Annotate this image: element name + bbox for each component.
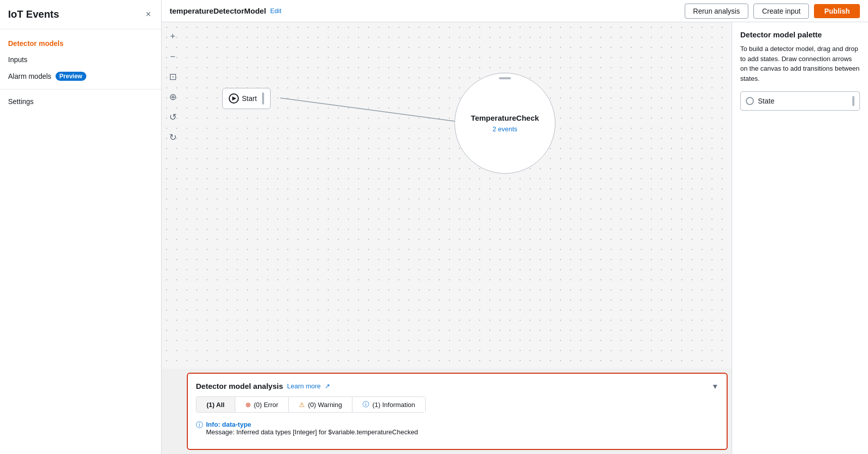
undo-button[interactable]: ↺ bbox=[165, 109, 181, 125]
analysis-filters: (1) All ⊗ (0) Error ⚠ (0) Warning ⓘ (1) … bbox=[196, 396, 426, 413]
analysis-results: ⓘ Info: data-type Message: Inferred data… bbox=[196, 419, 719, 441]
canvas[interactable]: + − ⊡ ⊕ ↺ ↻ bbox=[162, 22, 732, 369]
model-name: temperatureDetectorModel bbox=[170, 7, 266, 15]
sidebar-title: IoT Events bbox=[8, 9, 59, 20]
create-input-button[interactable]: Create input bbox=[753, 4, 809, 19]
palette-state-handle bbox=[852, 96, 854, 106]
close-button[interactable]: × bbox=[143, 7, 153, 22]
analysis-panel: Detector model analysis Learn more ↗ ▼ (… bbox=[187, 373, 728, 450]
palette-state-left: State bbox=[746, 97, 775, 105]
canvas-container: + − ⊡ ⊕ ↺ ↻ bbox=[162, 22, 732, 454]
target-button[interactable]: ⊕ bbox=[165, 89, 181, 105]
start-node[interactable]: Start bbox=[222, 88, 271, 109]
canvas-wrapper: + − ⊡ ⊕ ↺ ↻ bbox=[162, 22, 868, 454]
temperature-state-node[interactable]: TemperatureCheck 2 events bbox=[454, 73, 555, 174]
state-events-count: 2 events bbox=[492, 125, 517, 133]
main-area: temperatureDetectorModel Edit Rerun anal… bbox=[162, 0, 868, 454]
fit-button[interactable]: ⊡ bbox=[165, 69, 181, 85]
palette-title: Detector model palette bbox=[740, 30, 860, 39]
sidebar-divider bbox=[0, 89, 161, 89]
filter-error-tab[interactable]: ⊗ (0) Error bbox=[235, 397, 289, 412]
sidebar-header: IoT Events × bbox=[0, 0, 161, 29]
start-label: Start bbox=[242, 94, 257, 103]
analysis-title: Detector model analysis bbox=[196, 382, 283, 390]
preview-badge: Preview bbox=[56, 72, 86, 81]
sidebar-item-settings[interactable]: Settings bbox=[0, 93, 161, 110]
rerun-analysis-button[interactable]: Rerun analysis bbox=[685, 4, 749, 19]
sidebar-item-inputs[interactable]: Inputs bbox=[0, 52, 161, 68]
topbar-left: temperatureDetectorModel Edit bbox=[170, 7, 281, 15]
sidebar-nav: Detector models Inputs Alarm models Prev… bbox=[0, 29, 161, 116]
sidebar: IoT Events × Detector models Inputs Alar… bbox=[0, 0, 162, 454]
canvas-toolbar: + − ⊡ ⊕ ↺ ↻ bbox=[162, 22, 184, 369]
warning-icon: ⚠ bbox=[299, 401, 305, 409]
zoom-out-button[interactable]: − bbox=[165, 48, 181, 65]
result-info-icon: ⓘ bbox=[196, 421, 203, 430]
sidebar-item-alarm-models[interactable]: Alarm models Preview bbox=[0, 68, 161, 85]
external-link-icon: ↗ bbox=[325, 382, 330, 390]
topbar-right: Rerun analysis Create input Publish bbox=[685, 4, 860, 19]
topbar: temperatureDetectorModel Edit Rerun anal… bbox=[162, 0, 868, 22]
analysis-title-row: Detector model analysis Learn more ↗ bbox=[196, 382, 330, 390]
edit-link[interactable]: Edit bbox=[270, 7, 281, 15]
info-icon: ⓘ bbox=[363, 400, 369, 409]
start-icon bbox=[229, 93, 239, 104]
sidebar-item-detector-models[interactable]: Detector models bbox=[0, 35, 161, 52]
palette-state-item[interactable]: State bbox=[740, 91, 860, 111]
publish-button[interactable]: Publish bbox=[814, 4, 860, 18]
result-message: Message: Inferred data types [Integer] f… bbox=[206, 428, 418, 436]
svg-line-1 bbox=[280, 98, 477, 124]
right-panel: Detector model palette To build a detect… bbox=[732, 22, 868, 454]
error-icon: ⊗ bbox=[245, 401, 251, 409]
filter-warning-tab[interactable]: ⚠ (0) Warning bbox=[289, 397, 352, 412]
collapse-button[interactable]: ▼ bbox=[711, 382, 719, 390]
start-handle bbox=[262, 92, 264, 105]
canvas-arrow bbox=[162, 22, 732, 369]
filter-info-tab[interactable]: ⓘ (1) Information bbox=[352, 397, 425, 412]
analysis-header: Detector model analysis Learn more ↗ ▼ bbox=[196, 382, 719, 390]
filter-all-tab[interactable]: (1) All bbox=[196, 397, 235, 412]
node-handle-top bbox=[499, 77, 511, 79]
zoom-in-button[interactable]: + bbox=[165, 28, 181, 44]
result-type-label: Info: data-type bbox=[206, 421, 418, 428]
learn-more-link[interactable]: Learn more bbox=[287, 382, 321, 390]
palette-state-label: State bbox=[758, 97, 775, 105]
result-item: ⓘ Info: data-type Message: Inferred data… bbox=[196, 421, 719, 436]
state-name: TemperatureCheck bbox=[471, 114, 539, 122]
state-circle-icon bbox=[746, 97, 754, 105]
palette-description: To build a detector model, drag and drop… bbox=[740, 44, 860, 83]
redo-button[interactable]: ↻ bbox=[165, 129, 181, 145]
